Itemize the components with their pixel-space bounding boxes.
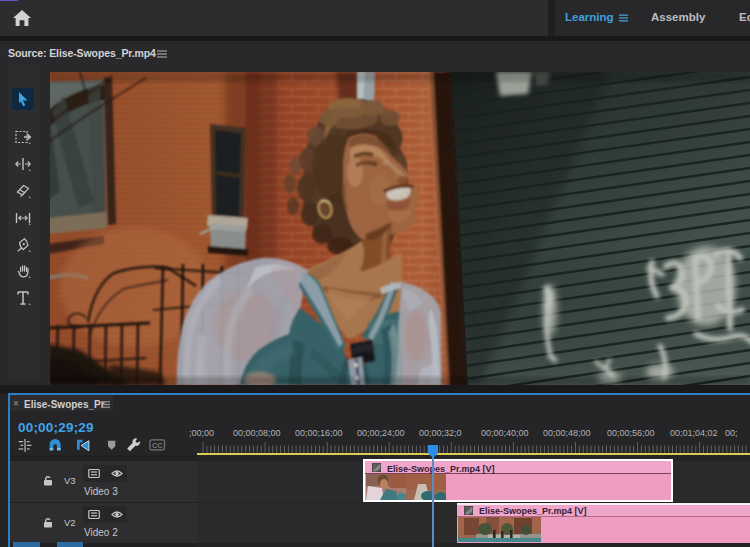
svg-text:CC: CC: [152, 441, 163, 450]
